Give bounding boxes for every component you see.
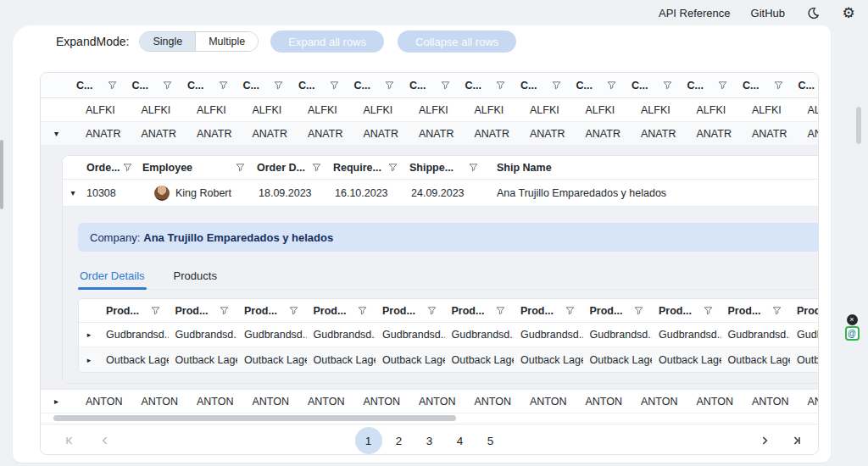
column-header[interactable]: Prod... — [652, 305, 721, 317]
filter-icon[interactable] — [274, 80, 283, 90]
filter-icon[interactable] — [151, 306, 160, 315]
page: API Reference GitHub ⚙ ExpandMode: Singl… — [0, 0, 868, 466]
column-title: C... — [409, 80, 426, 92]
filter-icon[interactable] — [388, 163, 398, 172]
filter-icon[interactable] — [441, 80, 450, 90]
pager-page-3[interactable]: 3 — [416, 427, 443, 454]
filter-icon[interactable] — [565, 306, 575, 315]
tab-products[interactable]: Products — [172, 264, 219, 289]
row-expand-down-icon[interactable]: ▾ — [63, 188, 83, 197]
at-badge-icon[interactable]: @ — [845, 326, 860, 341]
pager-next-page-icon[interactable] — [751, 427, 778, 454]
settings-gear-icon[interactable]: ⚙ — [841, 5, 856, 20]
column-header[interactable]: Prod... — [99, 305, 169, 317]
github-link[interactable]: GitHub — [751, 7, 785, 19]
column-header[interactable]: Ship Name — [485, 162, 819, 174]
pager-page-5[interactable]: 5 — [477, 427, 504, 454]
column-header[interactable]: Orde... — [83, 162, 137, 174]
column-header[interactable]: C... — [128, 80, 184, 92]
column-header[interactable]: Employee — [137, 162, 252, 174]
filter-icon[interactable] — [108, 80, 117, 90]
dark-mode-moon-icon[interactable] — [805, 5, 821, 20]
filter-icon[interactable] — [219, 80, 228, 90]
filter-icon[interactable] — [289, 306, 298, 315]
close-icon[interactable]: × — [847, 314, 858, 325]
tab-order-details[interactable]: Order Details — [78, 264, 147, 289]
column-header[interactable]: C... — [627, 80, 683, 92]
collapse-all-rows-button[interactable]: Collapse all rows — [398, 31, 516, 53]
column-header[interactable]: C... — [572, 80, 628, 92]
filter-icon[interactable] — [496, 306, 505, 315]
filter-icon[interactable] — [718, 80, 727, 90]
filter-icon[interactable] — [552, 80, 561, 90]
left-page-scrollbar-thumb[interactable] — [0, 140, 3, 209]
filter-icon[interactable] — [220, 306, 229, 315]
pager-page-1[interactable]: 1 — [355, 427, 382, 454]
filter-icon[interactable] — [312, 163, 321, 172]
pager-page-2[interactable]: 2 — [386, 427, 413, 454]
column-header[interactable]: C... — [294, 80, 350, 92]
filter-icon[interactable] — [607, 80, 616, 90]
column-header[interactable]: C... — [350, 80, 406, 92]
pager-last-page-icon[interactable] — [783, 427, 810, 454]
api-reference-link[interactable]: API Reference — [659, 7, 731, 19]
column-header[interactable]: Shippe... — [404, 162, 485, 174]
column-title: Prod... — [520, 305, 554, 317]
filter-icon[interactable] — [469, 163, 478, 172]
grid-cell: ALFKI — [128, 104, 184, 116]
column-header[interactable]: Prod... — [721, 305, 791, 317]
filter-icon[interactable] — [330, 80, 339, 90]
column-header[interactable]: C... — [183, 80, 239, 92]
column-header[interactable]: Require... — [328, 162, 404, 174]
order-row-10308[interactable]: ▾10308King Robert18.09.202316.10.202324.… — [63, 180, 819, 207]
column-header[interactable]: Prod... — [169, 305, 238, 317]
product-row-gudbrandsdalsost[interactable]: ▸Gudbrandsd...Gudbrandsd...Gudbrandsd...… — [79, 323, 819, 347]
column-header[interactable]: C... — [461, 80, 517, 92]
column-header[interactable]: Prod... — [445, 305, 515, 317]
column-title: Prod... — [728, 305, 761, 317]
filter-icon[interactable] — [163, 80, 172, 90]
grid-row-anatr[interactable]: ▾ANATRANATRANATRANATRANATRANATRANATRANAT… — [41, 122, 818, 146]
expand-all-rows-button[interactable]: Expand all rows — [270, 31, 384, 53]
grid-cell: ANATR — [461, 128, 517, 140]
column-header[interactable]: Prod... — [790, 305, 819, 317]
row-expand-right-icon[interactable]: ▸ — [41, 397, 72, 406]
filter-icon[interactable] — [496, 80, 505, 90]
expand-mode-single-button[interactable]: Single — [140, 32, 195, 51]
row-expand-right-icon[interactable]: ▸ — [79, 330, 99, 339]
grid-row-alfki[interactable]: ALFKIALFKIALFKIALFKIALFKIALFKIALFKIALFKI… — [41, 98, 818, 122]
expand-mode-multiple-button[interactable]: Multiple — [195, 32, 258, 51]
filter-icon[interactable] — [385, 80, 394, 90]
column-header[interactable]: C... — [516, 80, 572, 92]
filter-icon[interactable] — [772, 306, 782, 315]
filter-icon[interactable] — [123, 163, 132, 172]
column-header[interactable]: Prod... — [376, 305, 445, 317]
column-title: Ship Name — [497, 162, 552, 174]
grid-row-anton[interactable]: ▸ANTONANTONANTONANTONANTONANTONANTONANTO… — [41, 390, 818, 413]
column-header[interactable]: C... — [405, 80, 461, 92]
filter-icon[interactable] — [663, 80, 672, 90]
product-row-outback-lager[interactable]: ▸Outback LagerOutback LagerOutback Lager… — [79, 347, 819, 372]
column-header[interactable]: Prod... — [307, 305, 376, 317]
pager-page-4[interactable]: 4 — [447, 427, 474, 454]
pager: 12345 — [41, 424, 818, 455]
column-header[interactable]: C... — [72, 80, 128, 92]
row-expand-down-icon[interactable]: ▾ — [41, 129, 72, 138]
filter-icon[interactable] — [704, 306, 713, 315]
column-header[interactable]: C... — [738, 80, 794, 92]
right-page-scrollbar-thumb[interactable] — [856, 107, 861, 144]
column-header[interactable]: C... — [683, 80, 739, 92]
filter-icon[interactable] — [236, 163, 245, 172]
column-header[interactable]: C... — [794, 80, 820, 92]
horizontal-scrollbar-thumb[interactable] — [53, 415, 456, 421]
row-expand-right-icon[interactable]: ▸ — [79, 356, 99, 364]
column-header[interactable]: Prod... — [237, 305, 307, 317]
filter-icon[interactable] — [774, 80, 783, 90]
filter-icon[interactable] — [634, 306, 643, 315]
filter-icon[interactable] — [427, 306, 437, 315]
column-header[interactable]: C... — [239, 80, 295, 92]
column-header[interactable]: Prod... — [514, 305, 583, 317]
column-header[interactable]: Prod... — [583, 305, 653, 317]
column-header[interactable]: Order D... — [252, 162, 328, 174]
filter-icon[interactable] — [358, 306, 367, 315]
